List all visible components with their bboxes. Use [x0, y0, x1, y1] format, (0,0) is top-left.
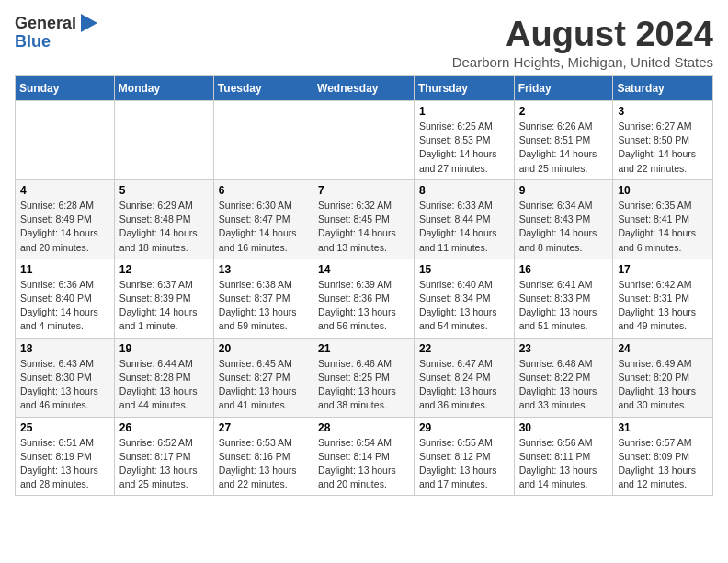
day-number: 13	[219, 263, 308, 276]
calendar-table: SundayMondayTuesdayWednesdayThursdayFrid…	[15, 75, 713, 496]
day-detail: Sunrise: 6:42 AMSunset: 8:31 PMDaylight:…	[618, 278, 708, 334]
day-detail: Sunrise: 6:39 AMSunset: 8:36 PMDaylight:…	[318, 278, 409, 334]
day-number: 20	[219, 342, 308, 355]
day-detail: Sunrise: 6:34 AMSunset: 8:43 PMDaylight:…	[519, 199, 609, 255]
calendar-week-row-2: 4Sunrise: 6:28 AMSunset: 8:49 PMDaylight…	[16, 179, 713, 259]
calendar-cell-2-3: 6Sunrise: 6:30 AMSunset: 8:47 PMDaylight…	[213, 179, 313, 259]
day-detail: Sunrise: 6:30 AMSunset: 8:47 PMDaylight:…	[219, 199, 308, 255]
day-number: 16	[519, 263, 609, 276]
calendar-cell-3-4: 14Sunrise: 6:39 AMSunset: 8:36 PMDayligh…	[313, 259, 415, 338]
calendar-cell-4-7: 24Sunrise: 6:49 AMSunset: 8:20 PMDayligh…	[613, 338, 713, 417]
calendar-cell-2-1: 4Sunrise: 6:28 AMSunset: 8:49 PMDaylight…	[16, 179, 115, 259]
calendar-cell-4-1: 18Sunrise: 6:43 AMSunset: 8:30 PMDayligh…	[16, 338, 115, 417]
calendar-week-row-3: 11Sunrise: 6:36 AMSunset: 8:40 PMDayligh…	[16, 259, 713, 338]
calendar-cell-5-3: 27Sunrise: 6:53 AMSunset: 8:16 PMDayligh…	[213, 417, 313, 496]
day-detail: Sunrise: 6:35 AMSunset: 8:41 PMDaylight:…	[618, 199, 708, 255]
calendar-cell-2-2: 5Sunrise: 6:29 AMSunset: 8:48 PMDaylight…	[114, 179, 213, 259]
day-detail: Sunrise: 6:28 AMSunset: 8:49 PMDaylight:…	[20, 199, 109, 255]
calendar-cell-5-5: 29Sunrise: 6:55 AMSunset: 8:12 PMDayligh…	[414, 417, 514, 496]
day-detail: Sunrise: 6:27 AMSunset: 8:50 PMDaylight:…	[618, 120, 708, 176]
calendar-cell-2-4: 7Sunrise: 6:32 AMSunset: 8:45 PMDaylight…	[313, 179, 415, 259]
day-number: 1	[419, 105, 509, 118]
day-detail: Sunrise: 6:48 AMSunset: 8:22 PMDaylight:…	[519, 357, 609, 413]
calendar-header-friday: Friday	[514, 76, 613, 101]
day-detail: Sunrise: 6:40 AMSunset: 8:34 PMDaylight:…	[419, 278, 509, 334]
calendar-cell-5-1: 25Sunrise: 6:51 AMSunset: 8:19 PMDayligh…	[16, 417, 115, 496]
day-number: 17	[618, 263, 708, 276]
day-detail: Sunrise: 6:29 AMSunset: 8:48 PMDaylight:…	[119, 199, 209, 255]
calendar-cell-4-4: 21Sunrise: 6:46 AMSunset: 8:25 PMDayligh…	[313, 338, 415, 417]
day-detail: Sunrise: 6:52 AMSunset: 8:17 PMDaylight:…	[119, 436, 209, 492]
month-year-title: August 2024	[452, 15, 713, 54]
day-number: 14	[318, 263, 409, 276]
day-detail: Sunrise: 6:41 AMSunset: 8:33 PMDaylight:…	[519, 278, 609, 334]
calendar-cell-3-6: 16Sunrise: 6:41 AMSunset: 8:33 PMDayligh…	[514, 259, 613, 338]
calendar-cell-4-2: 19Sunrise: 6:44 AMSunset: 8:28 PMDayligh…	[114, 338, 213, 417]
calendar-header-thursday: Thursday	[414, 76, 514, 101]
calendar-header-saturday: Saturday	[613, 76, 713, 101]
calendar-header-wednesday: Wednesday	[313, 76, 415, 101]
calendar-week-row-4: 18Sunrise: 6:43 AMSunset: 8:30 PMDayligh…	[16, 338, 713, 417]
calendar-cell-3-2: 12Sunrise: 6:37 AMSunset: 8:39 PMDayligh…	[114, 259, 213, 338]
day-detail: Sunrise: 6:54 AMSunset: 8:14 PMDaylight:…	[318, 436, 409, 492]
calendar-cell-5-7: 31Sunrise: 6:57 AMSunset: 8:09 PMDayligh…	[613, 417, 713, 496]
calendar-cell-2-7: 10Sunrise: 6:35 AMSunset: 8:41 PMDayligh…	[613, 179, 713, 259]
day-detail: Sunrise: 6:37 AMSunset: 8:39 PMDaylight:…	[119, 278, 209, 334]
day-detail: Sunrise: 6:47 AMSunset: 8:24 PMDaylight:…	[419, 357, 509, 413]
day-detail: Sunrise: 6:55 AMSunset: 8:12 PMDaylight:…	[419, 436, 509, 492]
calendar-cell-4-5: 22Sunrise: 6:47 AMSunset: 8:24 PMDayligh…	[414, 338, 514, 417]
title-block: August 2024 Dearborn Heights, Michigan, …	[452, 15, 713, 70]
day-number: 18	[20, 342, 109, 355]
day-detail: Sunrise: 6:49 AMSunset: 8:20 PMDaylight:…	[618, 357, 708, 413]
day-detail: Sunrise: 6:56 AMSunset: 8:11 PMDaylight:…	[519, 436, 609, 492]
day-number: 28	[318, 421, 409, 434]
day-number: 11	[20, 263, 109, 276]
calendar-week-row-5: 25Sunrise: 6:51 AMSunset: 8:19 PMDayligh…	[16, 417, 713, 496]
day-detail: Sunrise: 6:51 AMSunset: 8:19 PMDaylight:…	[20, 436, 109, 492]
day-detail: Sunrise: 6:44 AMSunset: 8:28 PMDaylight:…	[119, 357, 209, 413]
logo-arrow-icon	[81, 14, 97, 32]
day-number: 25	[20, 421, 109, 434]
calendar-cell-1-5: 1Sunrise: 6:25 AMSunset: 8:53 PMDaylight…	[414, 101, 514, 180]
day-detail: Sunrise: 6:36 AMSunset: 8:40 PMDaylight:…	[20, 278, 109, 334]
logo-general-text: General	[15, 15, 76, 33]
day-number: 19	[119, 342, 209, 355]
day-detail: Sunrise: 6:38 AMSunset: 8:37 PMDaylight:…	[219, 278, 308, 334]
calendar-cell-1-6: 2Sunrise: 6:26 AMSunset: 8:51 PMDaylight…	[514, 101, 613, 180]
day-number: 29	[419, 421, 509, 434]
calendar-cell-1-4	[313, 101, 415, 180]
day-number: 27	[219, 421, 308, 434]
day-detail: Sunrise: 6:33 AMSunset: 8:44 PMDaylight:…	[419, 199, 509, 255]
calendar-cell-3-7: 17Sunrise: 6:42 AMSunset: 8:31 PMDayligh…	[613, 259, 713, 338]
location-subtitle: Dearborn Heights, Michigan, United State…	[452, 54, 713, 70]
calendar-cell-5-4: 28Sunrise: 6:54 AMSunset: 8:14 PMDayligh…	[313, 417, 415, 496]
day-number: 22	[419, 342, 509, 355]
calendar-cell-5-6: 30Sunrise: 6:56 AMSunset: 8:11 PMDayligh…	[514, 417, 613, 496]
day-number: 9	[519, 184, 609, 197]
day-detail: Sunrise: 6:25 AMSunset: 8:53 PMDaylight:…	[419, 120, 509, 176]
day-number: 3	[618, 105, 708, 118]
day-detail: Sunrise: 6:43 AMSunset: 8:30 PMDaylight:…	[20, 357, 109, 413]
day-number: 2	[519, 105, 609, 118]
calendar-cell-3-1: 11Sunrise: 6:36 AMSunset: 8:40 PMDayligh…	[16, 259, 115, 338]
day-number: 23	[519, 342, 609, 355]
day-detail: Sunrise: 6:26 AMSunset: 8:51 PMDaylight:…	[519, 120, 609, 176]
day-number: 24	[618, 342, 708, 355]
calendar-cell-3-3: 13Sunrise: 6:38 AMSunset: 8:37 PMDayligh…	[213, 259, 313, 338]
calendar-cell-1-2	[114, 101, 213, 180]
day-number: 7	[318, 184, 409, 197]
calendar-cell-4-3: 20Sunrise: 6:45 AMSunset: 8:27 PMDayligh…	[213, 338, 313, 417]
day-number: 31	[618, 421, 708, 434]
day-number: 15	[419, 263, 509, 276]
day-number: 10	[618, 184, 708, 197]
calendar-cell-2-6: 9Sunrise: 6:34 AMSunset: 8:43 PMDaylight…	[514, 179, 613, 259]
calendar-cell-4-6: 23Sunrise: 6:48 AMSunset: 8:22 PMDayligh…	[514, 338, 613, 417]
calendar-cell-5-2: 26Sunrise: 6:52 AMSunset: 8:17 PMDayligh…	[114, 417, 213, 496]
calendar-header-monday: Monday	[114, 76, 213, 101]
day-detail: Sunrise: 6:46 AMSunset: 8:25 PMDaylight:…	[318, 357, 409, 413]
calendar-header-row: SundayMondayTuesdayWednesdayThursdayFrid…	[16, 76, 713, 101]
calendar-week-row-1: 1Sunrise: 6:25 AMSunset: 8:53 PMDaylight…	[16, 101, 713, 180]
day-number: 6	[219, 184, 308, 197]
page-header: General Blue August 2024 Dearborn Height…	[15, 15, 713, 70]
calendar-header-tuesday: Tuesday	[213, 76, 313, 101]
